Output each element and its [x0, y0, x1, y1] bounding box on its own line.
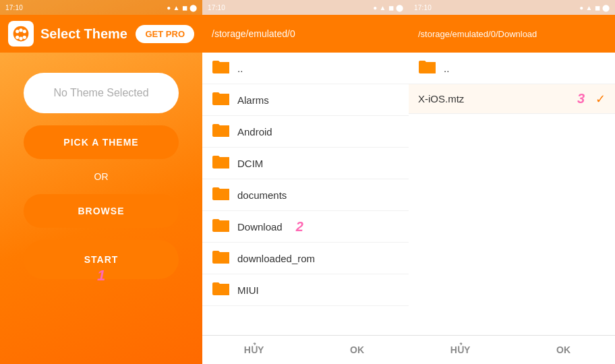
file-name: X-iOS.mtz: [418, 93, 464, 104]
middle-panel: 17:10 ● ▲ ◼ ⬤ /storage/emulated/0 ..Alar…: [202, 0, 409, 364]
right-header: /storage/emulated/0/Download: [409, 15, 615, 53]
middle-status-icons: ● ▲ ◼ ⬤: [373, 4, 403, 11]
folder-icon: [212, 281, 229, 299]
middle-status-bar: 17:10 ● ▲ ◼ ⬤: [202, 0, 409, 15]
svg-point-6: [19, 36, 22, 40]
folder-icon: [212, 249, 229, 267]
list-item[interactable]: MIUI: [202, 274, 409, 306]
folder-icon: [212, 91, 229, 109]
svg-point-5: [19, 28, 22, 32]
right-cancel-button[interactable]: HỦY: [409, 336, 512, 364]
file-name: Android: [237, 126, 272, 138]
right-path: /storage/emulated/0/Download: [418, 29, 537, 39]
folder-icon: [212, 123, 229, 140]
file-name: Alarms: [237, 94, 269, 106]
list-item[interactable]: Android: [202, 116, 409, 148]
header-title: Select Theme: [40, 26, 127, 42]
no-theme-box: No Theme Selected: [24, 73, 179, 113]
right-time: 17:10: [414, 4, 432, 11]
left-time: 17:10: [5, 4, 23, 11]
browse-button[interactable]: BROWSE: [24, 194, 179, 228]
middle-path: /storage/emulated/0: [212, 28, 295, 39]
middle-header: /storage/emulated/0: [202, 15, 409, 53]
file-name: DCIM: [237, 158, 263, 169]
right-status-bar: 17:10 ● ▲ ◼ ⬤: [409, 0, 615, 15]
list-item[interactable]: ..: [409, 53, 615, 84]
file-name: documents: [237, 189, 287, 201]
file-name: Download: [237, 221, 283, 233]
left-header: Select Theme GET PRO: [0, 15, 202, 53]
folder-icon: [212, 186, 229, 204]
right-ok-button[interactable]: OK: [512, 336, 615, 364]
middle-file-list: ..AlarmsAndroidDCIMdocumentsDownload2dow…: [202, 53, 409, 335]
left-status-icons: ● ▲ ◼ ⬤: [167, 4, 197, 11]
right-status-icons: ● ▲ ◼ ⬤: [579, 4, 610, 11]
badge-wrapper: Download2: [237, 219, 399, 235]
middle-time: 17:10: [208, 4, 225, 11]
folder-icon: [212, 154, 229, 172]
left-panel: 17:10 ● ▲ ◼ ⬤ Select Theme GET PRO No Th…: [0, 0, 202, 364]
folder-icon: [418, 59, 436, 77]
start-btn-wrapper: START 1: [24, 240, 179, 279]
middle-footer: HỦY OK: [202, 335, 409, 364]
palette-icon: [8, 21, 34, 47]
svg-point-4: [23, 36, 26, 39]
right-footer: HỦY OK: [409, 335, 615, 364]
svg-point-2: [23, 30, 26, 33]
left-content: No Theme Selected PICK A THEME OR BROWSE…: [0, 53, 202, 364]
middle-cancel-button[interactable]: HỦY: [202, 336, 305, 364]
list-item[interactable]: DCIM: [202, 148, 409, 179]
folder-icon: [212, 59, 229, 77]
file-name: ..: [237, 63, 243, 74]
list-item[interactable]: ..: [202, 53, 409, 84]
list-item[interactable]: X-iOS.mtz3✓: [409, 84, 615, 114]
no-theme-label: No Theme Selected: [53, 87, 148, 99]
header-left: Select Theme: [8, 21, 127, 47]
svg-point-1: [16, 30, 19, 33]
badge-2: 2: [296, 219, 303, 235]
middle-ok-button[interactable]: OK: [305, 336, 409, 364]
or-label: OR: [94, 171, 109, 182]
file-name: MIUI: [237, 284, 259, 296]
list-item[interactable]: Download2: [202, 211, 409, 243]
folder-icon: [212, 218, 229, 235]
left-status-bar: 17:10 ● ▲ ◼ ⬤: [0, 0, 202, 15]
badge-1: 1: [97, 267, 105, 284]
get-pro-button[interactable]: GET PRO: [136, 25, 194, 43]
right-panel: 17:10 ● ▲ ◼ ⬤ /storage/emulated/0/Downlo…: [409, 0, 615, 364]
badge-3: 3: [577, 91, 585, 107]
pick-theme-button[interactable]: PICK A THEME: [24, 125, 179, 159]
right-file-list: ..X-iOS.mtz3✓: [409, 53, 615, 335]
file-name: ..: [444, 63, 449, 74]
list-item[interactable]: documents: [202, 179, 409, 211]
list-item[interactable]: Alarms: [202, 84, 409, 116]
list-item[interactable]: downloaded_rom: [202, 243, 409, 274]
svg-point-3: [16, 36, 19, 39]
file-name: downloaded_rom: [237, 253, 315, 264]
check-icon: ✓: [595, 92, 606, 107]
